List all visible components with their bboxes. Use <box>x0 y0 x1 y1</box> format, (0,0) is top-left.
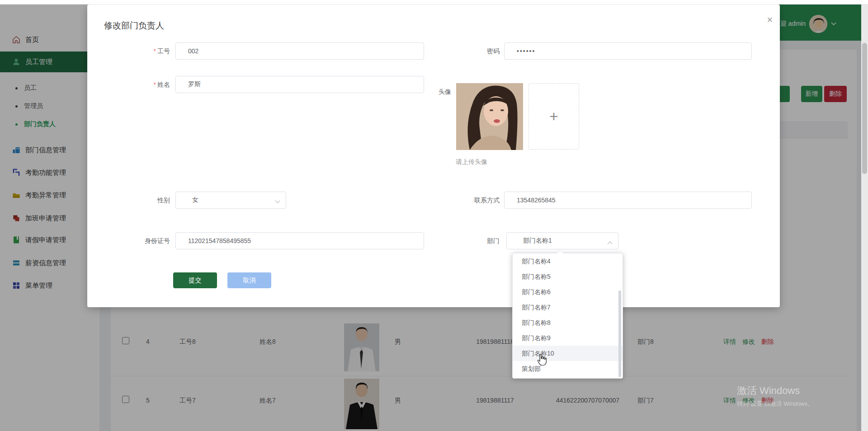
page: 欢迎 admin 首页 员工管理 ∨ 员工 管理员 <box>0 0 868 431</box>
emp-no-field[interactable] <box>175 42 424 60</box>
edit-department-manager-dialog: 修改部门负责人 × *工号 密码 *姓名 头像 + 请上传头像 性别 女 联系方… <box>87 5 780 307</box>
id-card-label: 身份证号 <box>105 232 170 249</box>
name-field[interactable] <box>175 76 424 93</box>
gender-select[interactable]: 女 <box>175 192 286 209</box>
dropdown-scrollbar-thumb[interactable] <box>618 290 621 377</box>
password-label: 密码 <box>431 42 500 60</box>
emp-no-label: *工号 <box>105 42 170 60</box>
dropdown-option[interactable]: 部门名称4 <box>513 253 623 269</box>
dropdown-option[interactable]: 策划部 <box>513 361 623 376</box>
close-icon[interactable]: × <box>764 14 776 26</box>
dropdown-option[interactable]: 部门名称7 <box>513 300 623 315</box>
browser-top-strip <box>0 0 868 5</box>
avatar-upload-hint: 请上传头像 <box>456 158 487 166</box>
browser-scrollbar[interactable] <box>861 5 868 431</box>
avatar-label: 头像 <box>404 83 451 100</box>
dropdown-option[interactable]: 部门名称6 <box>513 284 623 300</box>
plus-icon: + <box>549 108 558 125</box>
dept-select[interactable]: 部门名称1 <box>506 232 618 249</box>
dept-dropdown-panel: 部门名称4 部门名称5 部门名称6 部门名称7 部门名称8 部门名称9 部门名称… <box>512 253 623 379</box>
dropdown-option-hovered[interactable]: 部门名称10 <box>513 346 623 361</box>
id-card-field[interactable] <box>175 232 424 249</box>
submit-button[interactable]: 提交 <box>173 272 217 288</box>
dropdown-option[interactable]: 部门名称5 <box>513 269 623 284</box>
gender-label: 性别 <box>105 192 170 209</box>
phone-label: 联系方式 <box>431 192 500 209</box>
dropdown-option[interactable]: 部门名称8 <box>513 315 623 330</box>
dept-value: 部门名称1 <box>523 237 552 245</box>
scrollbar-thumb[interactable] <box>862 43 867 174</box>
chevron-down-icon <box>275 197 280 206</box>
dialog-title: 修改部门负责人 <box>104 20 164 32</box>
name-label: *姓名 <box>105 76 170 93</box>
gender-value: 女 <box>192 196 198 204</box>
dropdown-option[interactable]: 部门名称9 <box>513 330 623 346</box>
dept-label: 部门 <box>431 232 500 249</box>
avatar-upload-box[interactable]: + <box>528 83 579 150</box>
phone-field[interactable] <box>504 192 752 209</box>
chevron-up-icon <box>607 238 613 246</box>
password-field[interactable] <box>504 42 752 60</box>
cancel-button[interactable]: 取消 <box>227 272 271 288</box>
avatar-photo[interactable] <box>456 83 523 150</box>
